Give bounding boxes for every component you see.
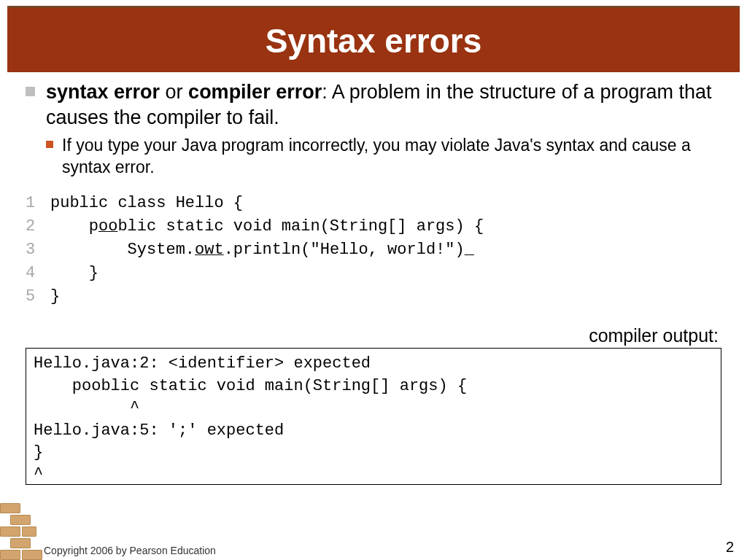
title-bar: Syntax errors xyxy=(7,6,740,72)
compiler-output-label: compiler output: xyxy=(26,325,719,346)
error-underline: owt xyxy=(195,241,224,259)
code-text: } xyxy=(50,285,60,308)
code-text: } xyxy=(50,262,98,285)
copyright-footer: Copyright 2006 by Pearson Education xyxy=(44,545,216,556)
line-number: 3 xyxy=(26,238,50,262)
code-line-1: 1 public class Hello { xyxy=(26,192,721,215)
term-compiler-error: compiler error xyxy=(188,81,322,103)
bullet-marker-icon xyxy=(26,87,35,96)
slide-title: Syntax errors xyxy=(7,21,740,61)
code-line-2: 2 pooblic static void main(String[] args… xyxy=(26,215,721,238)
bullet-text-main: syntax error or compiler error: A proble… xyxy=(46,79,721,131)
bullet-level1: syntax error or compiler error: A proble… xyxy=(26,79,721,131)
sub-bullet-marker-icon xyxy=(46,141,53,148)
line-number: 2 xyxy=(26,215,50,238)
line-number: 4 xyxy=(26,262,50,285)
slide-content: syntax error or compiler error: A proble… xyxy=(0,72,747,485)
sub-bullet-text: If you type your Java program incorrectl… xyxy=(62,135,721,179)
error-underline xyxy=(465,241,474,259)
compiler-output-box: Hello.java:2: <identifier> expected poob… xyxy=(26,348,721,485)
slide-number: 2 xyxy=(726,539,734,556)
term-syntax-error: syntax error xyxy=(46,81,160,103)
line-number: 1 xyxy=(26,192,50,215)
text-or: or xyxy=(160,81,188,103)
code-line-4: 4 } xyxy=(26,262,721,285)
code-text: System.owt.println("Hello, world!") xyxy=(50,238,474,262)
code-text: public class Hello { xyxy=(50,192,243,215)
error-underline: oo xyxy=(98,217,117,236)
code-example: 1 public class Hello { 2 pooblic static … xyxy=(26,192,721,308)
code-text: pooblic static void main(String[] args) … xyxy=(50,215,484,238)
code-line-5: 5 } xyxy=(26,285,721,308)
line-number: 5 xyxy=(26,285,50,308)
code-line-3: 3 System.owt.println("Hello, world!") xyxy=(26,238,721,262)
bullet-level2: If you type your Java program incorrectl… xyxy=(26,135,721,179)
bricks-decoration-icon xyxy=(0,503,42,560)
